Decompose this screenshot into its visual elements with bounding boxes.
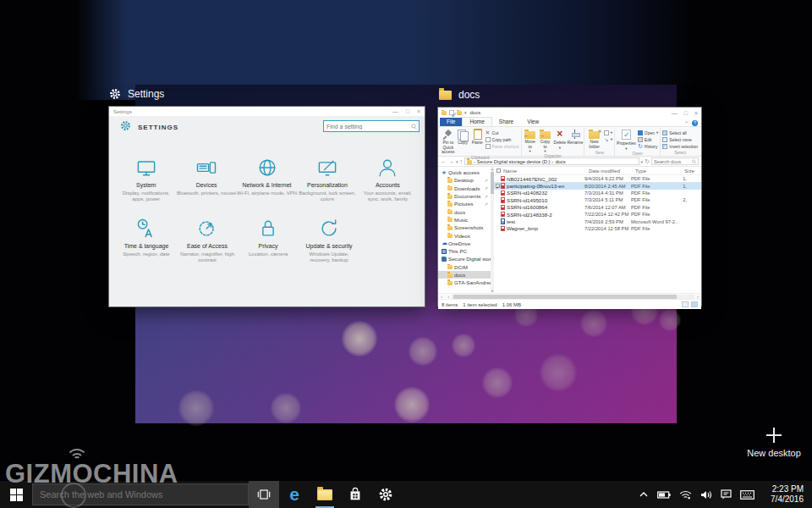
file-row[interactable]: NB0214467ENC_0029/4/2014 9:22 PMPDF File… (494, 175, 701, 182)
file-row[interactable]: SSRN-id16008647/6/2014 12:07 AMPDF File (494, 204, 701, 211)
thumbnails-view-button[interactable] (691, 301, 698, 307)
battery-icon[interactable] (657, 491, 671, 499)
scroll-left-icon[interactable]: ‹ (438, 294, 445, 299)
file-explorer-button[interactable] (310, 481, 340, 508)
qat-dropdown-icon[interactable]: ▾ (464, 110, 467, 115)
minimize-button[interactable]: — (672, 110, 678, 116)
settings-search-box[interactable] (323, 120, 420, 132)
sidebar-item-music[interactable]: Music (438, 216, 491, 224)
ribbon-button-copy-to[interactable]: →Copy to▾ (539, 129, 552, 153)
details-view-button[interactable] (682, 301, 689, 307)
explorer-search-input[interactable] (654, 159, 690, 164)
settings-category-time-language[interactable]: Time & languageSpeech, region, date (116, 217, 177, 263)
wifi-icon[interactable] (679, 490, 692, 500)
explorer-thumb-header[interactable]: docs (439, 89, 480, 101)
ribbon-button-paste-shortcut[interactable]: Paste shortcut (486, 143, 519, 149)
taskbar-search-box[interactable] (32, 483, 249, 505)
ribbon-button-open[interactable]: Open▾ (638, 130, 659, 135)
settings-search-input[interactable] (324, 124, 411, 130)
ribbon-button-easy-access[interactable]: ↘▾ (604, 136, 612, 142)
sidebar-item-docs[interactable]: docs (438, 271, 491, 279)
ribbon-tab-home[interactable]: Home (462, 117, 491, 126)
settings-button[interactable] (370, 481, 401, 508)
taskbar-search-input[interactable] (40, 489, 241, 500)
file-row[interactable]: SSRN-id2148338-27/22/2014 12:42 PMPDF Fi… (494, 211, 701, 218)
tray-chevron-icon[interactable] (639, 491, 649, 498)
column-header-name[interactable]: Name (501, 168, 589, 174)
sidebar-item-this-pc[interactable]: This PC (438, 247, 491, 255)
settings-thumb-header[interactable]: Settings (109, 88, 164, 100)
sidebar-item-dcim[interactable]: DCIM (438, 263, 491, 271)
settings-category-update-security[interactable]: Update & securityWindows Update, recover… (299, 217, 359, 263)
sidebar-item-gta-sanandreas[interactable]: GTA-SanAndreas▾ (438, 279, 491, 286)
qat-properties-icon[interactable] (449, 110, 454, 115)
settings-category-ease-of-access[interactable]: Ease of AccessNarrator, magnifier, high … (177, 217, 238, 263)
breadcrumb-folder[interactable]: docs (555, 159, 565, 164)
settings-category-accounts[interactable]: AccountsYour accounts, email, sync, work… (358, 156, 418, 202)
column-header-size[interactable]: Size (672, 168, 694, 174)
address-dropdown-icon[interactable]: ▾ (641, 157, 644, 166)
task-view-button[interactable] (249, 481, 279, 508)
store-button[interactable] (340, 481, 370, 508)
ribbon-button-select-all[interactable]: Select all (662, 130, 698, 135)
help-icon[interactable]: ? (692, 120, 698, 126)
explorer-window[interactable]: ▾ docs — □ × FileHomeShareView ⌃ ? Pin t… (437, 107, 702, 306)
file-row[interactable]: SSRN-id14082327/3/2014 4:31 PMPDF File (494, 190, 701, 196)
qat-newfolder-icon[interactable] (457, 111, 462, 115)
column-header-date-modified[interactable]: Date modified (589, 168, 635, 174)
sidebar-item-documents[interactable]: Documents↗ (438, 192, 491, 200)
start-button[interactable] (0, 481, 32, 508)
ribbon-button-cut[interactable]: ✕Cut (486, 130, 519, 135)
sidebar-item-secure-digital-stor[interactable]: Secure Digital stor (438, 255, 491, 262)
settings-window[interactable]: Settings — □ × SETTINGS SystemDisplay, n… (108, 106, 425, 307)
sidebar-item-screenshots[interactable]: Screenshots (438, 224, 491, 231)
action-center-icon[interactable] (721, 489, 732, 500)
ribbon-button-edit[interactable]: Edit (638, 136, 659, 142)
volume-icon[interactable] (700, 490, 712, 500)
select-all-checkbox[interactable] (497, 168, 501, 173)
sidebar-item-onedrive[interactable]: ☁OneDrive (438, 240, 491, 247)
ribbon-button-copy-path[interactable]: Copy path (486, 136, 519, 142)
column-header-type[interactable]: Type (635, 168, 672, 174)
ribbon-button-delete[interactable]: ×Delete▾ (553, 129, 566, 150)
minimize-ribbon-icon[interactable]: ⌃ (684, 120, 689, 126)
sidebar-item-desktop[interactable]: Desktop↗ (438, 176, 491, 184)
close-button[interactable]: × (417, 108, 420, 114)
ribbon-button-new-folder[interactable]: New folder (586, 129, 601, 149)
settings-category-personalization[interactable]: PersonalizationBackground, lock screen, … (297, 156, 357, 202)
file-checkbox[interactable] (496, 184, 500, 188)
settings-category-system[interactable]: SystemDisplay, notifications, apps, powe… (116, 156, 176, 202)
edge-button[interactable]: e (279, 481, 310, 508)
close-button[interactable]: × (694, 110, 698, 116)
touch-keyboard-icon[interactable] (740, 490, 754, 500)
settings-category-privacy[interactable]: PrivacyLocation, camera (238, 217, 299, 263)
ribbon-button-new-item[interactable]: ▾ (604, 130, 612, 135)
ribbon-tab-share[interactable]: Share (492, 118, 520, 126)
taskbar-clock[interactable]: 2:23 PM 7/4/2016 (763, 484, 807, 505)
ribbon-button-paste[interactable]: Paste (471, 129, 484, 146)
ribbon-button-move-to[interactable]: ←Move to▾ (524, 129, 537, 153)
maximize-button[interactable]: □ (406, 108, 409, 114)
file-row[interactable]: participating-08nov13-en8/20/2014 2:45 A… (494, 182, 701, 189)
file-row[interactable]: Wagner_bmp7/22/2014 12:58 PMPDF File (494, 225, 701, 232)
new-desktop-button[interactable]: New desktop (736, 428, 812, 458)
horizontal-scrollbar[interactable]: ‹ › › (438, 293, 701, 299)
refresh-icon[interactable]: ↻ (645, 157, 650, 166)
maximize-button[interactable]: □ (684, 110, 688, 116)
sidebar-item-docs[interactable]: docs (438, 207, 491, 215)
settings-category-network-internet[interactable]: Network & InternetWi-Fi, airplane mode, … (237, 156, 297, 202)
ribbon-button-invert-selection[interactable]: Invert selection (662, 143, 698, 149)
settings-category-devices[interactable]: DevicesBluetooth, printers, mouse (176, 156, 236, 202)
sidebar-item-downloads[interactable]: Downloads↗ (438, 185, 491, 192)
ribbon-button-pin[interactable]: Pin to Quick access (442, 129, 455, 155)
file-row[interactable]: SSRN-id14950107/3/2014 5:11 PMPDF File2, (494, 196, 701, 203)
ribbon-tab-view[interactable]: View (520, 118, 546, 126)
sidebar-item-quick-access[interactable]: ★Quick access (438, 168, 491, 176)
sidebar-item-pictures[interactable]: Pictures↗ (438, 200, 491, 207)
ribbon-button-rename[interactable]: Rename (568, 129, 582, 146)
scroll-right-icon[interactable]: › (445, 294, 452, 299)
ribbon-button-properties[interactable]: Properties▾ (617, 129, 636, 151)
ribbon-button-select-none[interactable]: Select none (662, 136, 698, 142)
ribbon-button-history[interactable]: ↻History (638, 143, 659, 149)
sidebar-item-videos[interactable]: Videos (438, 231, 491, 239)
